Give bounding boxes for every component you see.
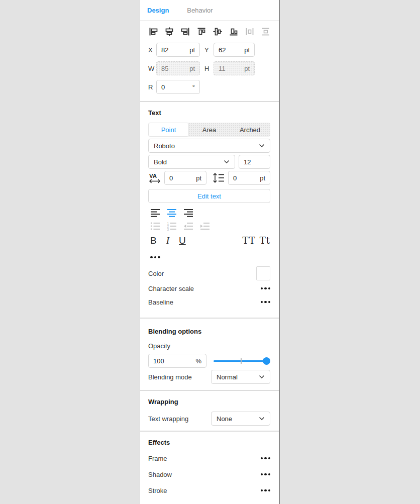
chevron-down-icon bbox=[224, 160, 230, 164]
slider-thumb[interactable] bbox=[263, 357, 270, 365]
wrapping-section: Wrapping Text wrapping None bbox=[140, 391, 279, 431]
align-text-left-icon[interactable] bbox=[150, 208, 161, 218]
text-type-switcher: Point Area Arched bbox=[148, 123, 270, 137]
baseline-label: Baseline bbox=[148, 298, 173, 306]
align-text-center-icon[interactable] bbox=[166, 208, 177, 218]
baseline-row: Baseline bbox=[148, 296, 270, 313]
svg-text:VA: VA bbox=[149, 173, 157, 179]
font-size-input[interactable]: 12 bbox=[239, 155, 270, 169]
edit-text-button[interactable]: Edit text bbox=[148, 189, 270, 203]
indent-icon[interactable] bbox=[199, 221, 211, 231]
character-scale-label: Character scale bbox=[148, 285, 194, 292]
width-label: W bbox=[148, 65, 156, 72]
text-align-row bbox=[148, 208, 270, 218]
align-right-icon[interactable] bbox=[180, 27, 190, 37]
opacity-input[interactable]: 100 % bbox=[148, 354, 206, 368]
blending-mode-dropdown[interactable]: Normal bbox=[211, 370, 270, 384]
italic-button[interactable]: I bbox=[166, 235, 169, 246]
align-bottom-icon[interactable] bbox=[229, 27, 239, 37]
text-style-row: B I U TT Tt bbox=[148, 235, 270, 249]
uppercase-button[interactable]: TT bbox=[242, 235, 255, 246]
height-label: H bbox=[204, 65, 214, 72]
frame-options-icon[interactable] bbox=[261, 457, 271, 460]
shadow-effect-row: Shadow bbox=[148, 466, 270, 482]
color-swatch[interactable] bbox=[256, 266, 270, 280]
blending-mode-label: Blending mode bbox=[148, 373, 192, 381]
letter-spacing-icon: VA bbox=[149, 172, 161, 183]
text-type-point[interactable]: Point bbox=[148, 123, 189, 137]
line-height-icon bbox=[213, 172, 225, 183]
frame-effect-row: Frame bbox=[148, 450, 270, 466]
alignment-toolbar bbox=[140, 21, 279, 42]
tab-design[interactable]: Design bbox=[147, 7, 169, 14]
height-input: 11 pt bbox=[214, 61, 255, 75]
outdent-icon[interactable] bbox=[183, 221, 194, 231]
capitalize-button[interactable]: Tt bbox=[260, 235, 270, 246]
chevron-down-icon bbox=[259, 144, 265, 148]
color-label: Color bbox=[148, 270, 164, 277]
opacity-row: 100 % bbox=[148, 354, 270, 368]
y-label: Y bbox=[204, 46, 214, 54]
chevron-down-icon bbox=[259, 375, 265, 379]
font-family-dropdown[interactable]: Roboto bbox=[148, 139, 270, 153]
text-wrapping-row: Text wrapping None bbox=[148, 412, 270, 426]
x-label: X bbox=[148, 46, 156, 54]
line-height-input[interactable]: 0 pt bbox=[228, 171, 270, 185]
align-left-icon[interactable] bbox=[148, 27, 158, 37]
wrapping-section-title: Wrapping bbox=[148, 391, 270, 406]
character-scale-options-icon[interactable] bbox=[261, 287, 271, 290]
underline-button[interactable]: U bbox=[179, 235, 186, 246]
inspector-panel: Design Behavior bbox=[140, 0, 280, 504]
baseline-options-icon[interactable] bbox=[261, 301, 271, 304]
effects-section: Effects Frame Shadow Stroke bbox=[140, 432, 279, 498]
slider-midpoint-tick bbox=[241, 358, 242, 364]
text-type-area[interactable]: Area bbox=[189, 123, 230, 137]
y-input[interactable]: 62 pt bbox=[214, 43, 255, 57]
text-section-title: Text bbox=[148, 102, 270, 117]
frame-effect-label: Frame bbox=[148, 455, 167, 462]
align-middle-vertical-icon[interactable] bbox=[213, 27, 223, 37]
transform-section: X 82 pt Y 62 pt W 85 pt H 11 pt R bbox=[140, 42, 279, 101]
rotation-input[interactable]: 0 ° bbox=[156, 80, 200, 94]
letter-spacing-input[interactable]: 0 pt bbox=[164, 171, 206, 185]
text-section: Text Point Area Arched Roboto Bold 12 bbox=[140, 102, 279, 318]
distribute-vertical-icon[interactable] bbox=[261, 27, 271, 37]
text-type-arched[interactable]: Arched bbox=[230, 123, 270, 137]
font-style-dropdown[interactable]: Bold bbox=[148, 155, 235, 169]
stroke-options-icon[interactable] bbox=[261, 489, 271, 492]
stroke-effect-label: Stroke bbox=[148, 487, 167, 494]
bulleted-list-icon[interactable] bbox=[150, 221, 161, 231]
rotation-label: R bbox=[148, 83, 156, 91]
text-wrapping-dropdown[interactable]: None bbox=[211, 412, 270, 426]
align-center-horizontal-icon[interactable] bbox=[164, 27, 174, 37]
panel-tabbar: Design Behavior bbox=[140, 0, 279, 21]
align-top-icon[interactable] bbox=[196, 27, 206, 37]
numbered-list-icon[interactable]: 1 2 3 bbox=[166, 221, 177, 231]
opacity-label: Opacity bbox=[148, 342, 270, 350]
chevron-down-icon bbox=[259, 417, 265, 421]
blending-section-title: Blending options bbox=[148, 319, 270, 335]
distribute-horizontal-icon[interactable] bbox=[245, 27, 255, 37]
tab-behavior[interactable]: Behavior bbox=[187, 7, 213, 14]
character-scale-row: Character scale bbox=[148, 280, 270, 296]
blending-mode-row: Blending mode Normal bbox=[148, 370, 270, 384]
effects-section-title: Effects bbox=[148, 432, 270, 446]
color-row: Color bbox=[148, 266, 270, 280]
stroke-effect-row: Stroke bbox=[148, 482, 270, 498]
svg-text:3: 3 bbox=[167, 228, 169, 231]
width-input: 85 pt bbox=[156, 61, 200, 75]
align-text-right-icon[interactable] bbox=[183, 208, 194, 218]
opacity-slider[interactable] bbox=[214, 354, 270, 368]
x-input[interactable]: 82 pt bbox=[156, 43, 200, 57]
blending-section: Blending options Opacity 100 % Blending … bbox=[140, 319, 279, 390]
bold-button[interactable]: B bbox=[150, 235, 157, 246]
more-text-options-row bbox=[148, 254, 270, 260]
shadow-effect-label: Shadow bbox=[148, 471, 172, 478]
more-options-icon[interactable] bbox=[150, 256, 160, 259]
text-wrapping-label: Text wrapping bbox=[148, 415, 188, 423]
shadow-options-icon[interactable] bbox=[261, 473, 271, 476]
list-format-row: 1 2 3 bbox=[148, 221, 270, 231]
spacing-row: VA 0 pt 0 pt bbox=[148, 171, 270, 185]
